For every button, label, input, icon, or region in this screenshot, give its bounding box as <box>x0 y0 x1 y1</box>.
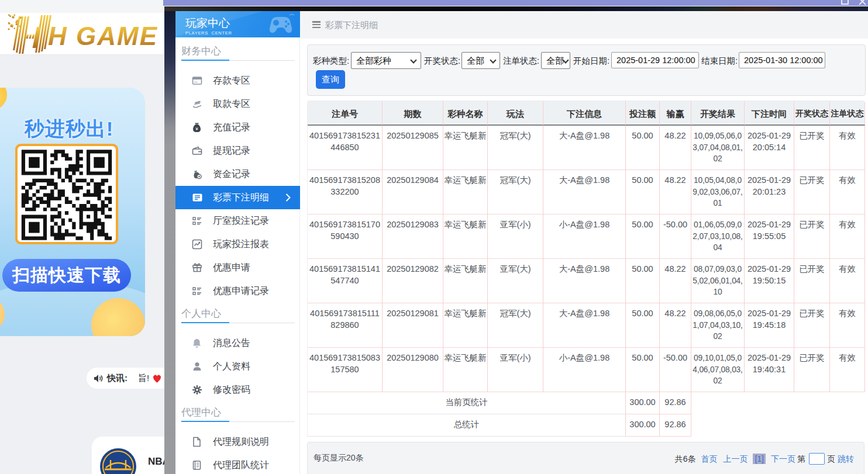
svg-text:¥: ¥ <box>195 126 198 132</box>
svg-text:H GAME: H GAME <box>48 22 158 50</box>
